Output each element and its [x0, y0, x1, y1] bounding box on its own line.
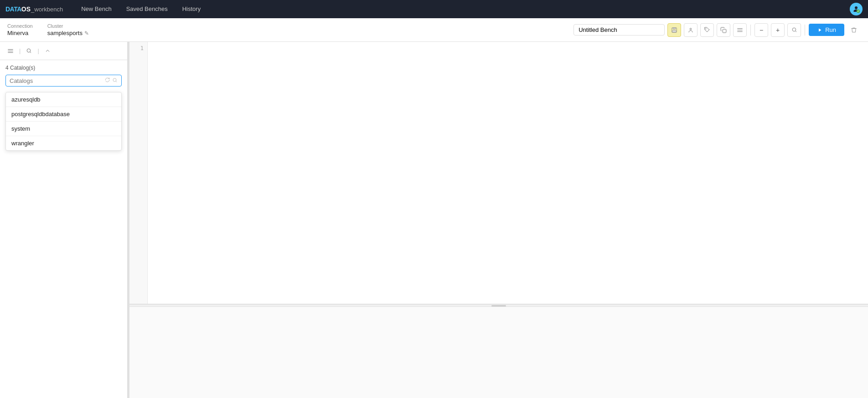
catalog-search-magnifier-icon[interactable]	[112, 77, 118, 84]
edit-cluster-icon[interactable]: ✎	[84, 30, 89, 36]
bench-name-input[interactable]	[574, 24, 665, 36]
run-icon	[817, 27, 822, 33]
catalogs-search-input[interactable]	[10, 77, 103, 84]
cluster-info: Cluster samplesports ✎	[47, 23, 89, 36]
nav-item-saved-benches[interactable]: Saved Benches	[119, 0, 175, 18]
svg-rect-8	[723, 29, 726, 33]
editor-area: 1	[129, 42, 868, 398]
cluster-label: Cluster	[47, 23, 89, 29]
editor-bottom-panel	[129, 307, 868, 398]
sep-1: |	[19, 47, 21, 54]
resize-dots	[491, 305, 506, 306]
sep-2: |	[37, 47, 39, 54]
svg-point-7	[706, 28, 707, 29]
nav-item-history[interactable]: History	[175, 0, 208, 18]
line-numbers: 1	[129, 42, 148, 304]
connection-bar: Connection Minerva Cluster samplesports …	[0, 18, 868, 42]
delete-button[interactable]	[847, 23, 861, 37]
save-icon	[671, 27, 677, 33]
list-button[interactable]	[733, 23, 747, 37]
catalogs-search-wrap	[5, 75, 122, 87]
nav-item-new-bench[interactable]: New Bench	[74, 0, 119, 18]
tag-button[interactable]	[700, 23, 714, 37]
copy-button[interactable]	[717, 23, 730, 37]
catalog-dropdown: azuresqldb postgresqldbdatabase system w…	[5, 92, 122, 151]
brand-logo: DATA OS _workbench	[5, 5, 63, 13]
catalog-item-system[interactable]: system	[6, 121, 121, 136]
top-nav: DATA OS _workbench New Bench Saved Bench…	[0, 0, 868, 18]
zoom-in-icon: +	[776, 26, 780, 34]
connection-value: Minerva	[7, 30, 33, 36]
svg-point-11	[113, 78, 116, 82]
svg-point-10	[27, 49, 31, 52]
share-icon	[687, 27, 694, 33]
brand-workbench: _workbench	[31, 6, 63, 13]
editor-toolbar: − + Run	[574, 23, 861, 37]
zoom-out-button[interactable]: −	[754, 23, 768, 37]
search-editor-button[interactable]	[787, 23, 801, 37]
chevron-up-icon	[45, 48, 51, 54]
tag-icon	[704, 27, 710, 33]
sidebar-search-button[interactable]	[24, 47, 34, 55]
share-button[interactable]	[684, 23, 698, 37]
editor-content[interactable]	[148, 42, 868, 304]
catalog-item-postgresqldb[interactable]: postgresqldbdatabase	[6, 107, 121, 121]
svg-point-9	[792, 28, 796, 31]
sidebar-collapse-button[interactable]	[43, 47, 52, 55]
svg-point-0	[855, 6, 858, 9]
connection-info: Connection Minerva	[7, 23, 33, 36]
refresh-icon[interactable]	[104, 77, 110, 84]
catalog-item-azuresqldb[interactable]: azuresqldb	[6, 92, 121, 107]
editor-top: 1	[129, 42, 868, 304]
brand-os: OS	[21, 5, 31, 13]
menu-icon	[7, 48, 14, 54]
svg-rect-4	[673, 27, 676, 29]
toolbar-divider-2	[805, 25, 805, 36]
cluster-value: samplesports	[47, 30, 83, 36]
sidebar-search-icon	[26, 48, 32, 54]
run-label: Run	[825, 26, 836, 33]
toolbar-divider-1	[750, 25, 751, 36]
main-content: | | 4 Catalog(s)	[0, 42, 868, 398]
connection-label: Connection	[7, 23, 33, 29]
save-button[interactable]	[667, 23, 681, 37]
copy-icon	[720, 27, 727, 33]
sidebar-menu-button[interactable]	[5, 47, 16, 55]
brand-data: DATA	[5, 5, 21, 13]
list-icon	[737, 27, 743, 33]
run-button[interactable]: Run	[809, 24, 844, 36]
zoom-out-icon: −	[760, 26, 763, 34]
svg-point-6	[690, 28, 692, 29]
trash-icon	[851, 27, 857, 33]
search-editor-icon	[791, 27, 797, 33]
user-avatar-icon	[852, 5, 860, 13]
user-avatar[interactable]	[850, 3, 863, 15]
svg-rect-5	[672, 30, 676, 32]
catalogs-count: 4 Catalog(s)	[5, 65, 122, 71]
catalog-item-wrangler[interactable]: wrangler	[6, 136, 121, 150]
zoom-in-button[interactable]: +	[771, 23, 785, 37]
sidebar-toolbar: | |	[0, 42, 127, 60]
line-number-1: 1	[129, 44, 147, 53]
sidebar: | | 4 Catalog(s)	[0, 42, 128, 398]
catalogs-section: 4 Catalog(s)	[0, 60, 127, 90]
